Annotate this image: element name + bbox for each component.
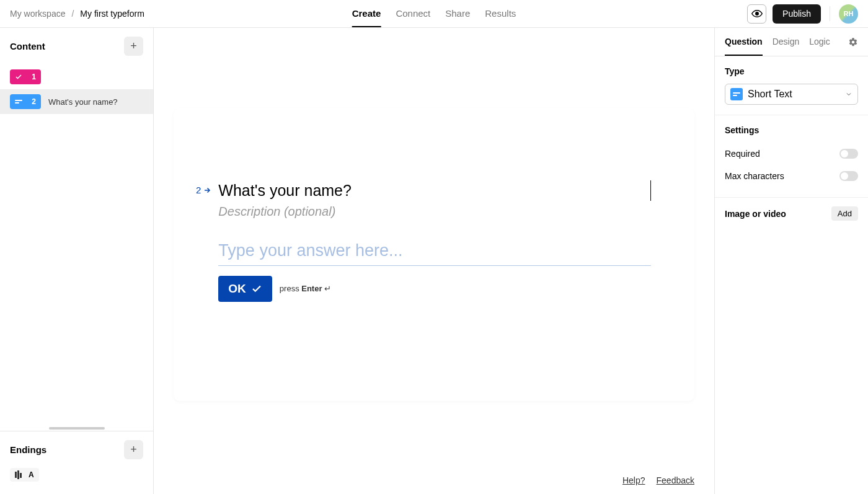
settings-heading: Settings bbox=[725, 125, 858, 135]
ok-label: OK bbox=[228, 282, 246, 296]
type-heading: Type bbox=[725, 66, 858, 76]
question-description-input[interactable]: Description (optional) bbox=[218, 205, 651, 219]
arrow-right-icon bbox=[203, 187, 211, 194]
add-question-button[interactable]: + bbox=[124, 37, 143, 56]
publish-button[interactable]: Publish bbox=[773, 4, 821, 24]
chevron-down-icon bbox=[845, 90, 852, 98]
type-value: Short Text bbox=[748, 89, 792, 100]
avatar[interactable]: RH bbox=[839, 4, 858, 24]
ending-label: A bbox=[29, 470, 34, 479]
breadcrumb-separator: / bbox=[71, 9, 74, 19]
short-text-icon bbox=[15, 99, 22, 105]
workspace-link[interactable]: My workspace bbox=[10, 9, 65, 19]
svg-point-0 bbox=[755, 12, 758, 15]
short-text-icon bbox=[730, 88, 743, 100]
media-heading: Image or video bbox=[725, 209, 786, 219]
question-card: 2 What's your name? Description (optiona… bbox=[174, 108, 694, 401]
tab-share[interactable]: Share bbox=[445, 0, 470, 27]
divider bbox=[830, 6, 830, 21]
tab-logic[interactable]: Logic bbox=[809, 28, 830, 56]
resize-handle[interactable] bbox=[0, 426, 153, 431]
canvas: 2 What's your name? Description (optiona… bbox=[154, 28, 714, 494]
question-item-1[interactable]: 1 bbox=[0, 64, 153, 89]
svg-rect-2 bbox=[15, 102, 19, 104]
question-marker: 2 bbox=[196, 185, 211, 195]
add-ending-button[interactable]: + bbox=[124, 440, 143, 459]
gear-icon bbox=[848, 37, 858, 47]
required-label: Required bbox=[725, 149, 760, 159]
svg-rect-1 bbox=[15, 100, 22, 101]
tab-connect[interactable]: Connect bbox=[396, 0, 430, 27]
sidebar-left: Content + 1 2 bbox=[0, 28, 154, 494]
add-media-button[interactable]: Add bbox=[831, 206, 858, 221]
content-heading: Content bbox=[10, 41, 45, 51]
question-title-input[interactable]: What's your name? bbox=[218, 180, 651, 201]
endings-heading: Endings bbox=[10, 444, 46, 455]
question-badge-1: 1 bbox=[10, 69, 41, 84]
sidebar-right: Question Design Logic Type Short Text bbox=[714, 28, 868, 494]
feedback-link[interactable]: Feedback bbox=[657, 475, 694, 485]
question-number: 2 bbox=[32, 97, 36, 106]
ok-button[interactable]: OK bbox=[218, 276, 272, 302]
enter-hint: press Enter ↵ bbox=[280, 284, 331, 293]
main-tabs: Create Connect Share Results bbox=[352, 0, 516, 27]
settings-gear-button[interactable] bbox=[848, 37, 858, 47]
breadcrumb: My workspace / My first typeform bbox=[10, 9, 144, 19]
ending-icon bbox=[15, 470, 24, 479]
question-label: What's your name? bbox=[48, 97, 118, 107]
question-index: 2 bbox=[196, 185, 201, 195]
question-badge-2: 2 bbox=[10, 94, 41, 109]
type-select[interactable]: Short Text bbox=[725, 84, 858, 105]
ending-item[interactable]: A bbox=[10, 468, 39, 482]
tab-design[interactable]: Design bbox=[773, 28, 800, 56]
required-toggle[interactable] bbox=[839, 149, 858, 159]
maxchars-toggle[interactable] bbox=[839, 171, 858, 181]
check-icon bbox=[251, 283, 262, 294]
tab-question[interactable]: Question bbox=[725, 28, 763, 56]
answer-input[interactable] bbox=[218, 239, 651, 266]
svg-rect-5 bbox=[20, 473, 22, 478]
question-item-2[interactable]: 2 What's your name? bbox=[0, 89, 153, 114]
plus-icon: + bbox=[130, 40, 137, 53]
tab-results[interactable]: Results bbox=[485, 0, 516, 27]
maxchars-label: Max characters bbox=[725, 171, 784, 181]
svg-rect-8 bbox=[733, 95, 737, 96]
form-name[interactable]: My first typeform bbox=[80, 9, 144, 19]
check-icon bbox=[15, 73, 22, 81]
svg-rect-7 bbox=[733, 92, 740, 94]
eye-icon bbox=[751, 8, 763, 19]
question-number: 1 bbox=[32, 73, 36, 81]
svg-rect-3 bbox=[15, 472, 17, 478]
plus-icon: + bbox=[130, 443, 137, 456]
help-link[interactable]: Help? bbox=[622, 475, 645, 485]
preview-button[interactable] bbox=[747, 4, 766, 24]
tab-create[interactable]: Create bbox=[352, 0, 381, 27]
svg-rect-4 bbox=[17, 470, 19, 479]
